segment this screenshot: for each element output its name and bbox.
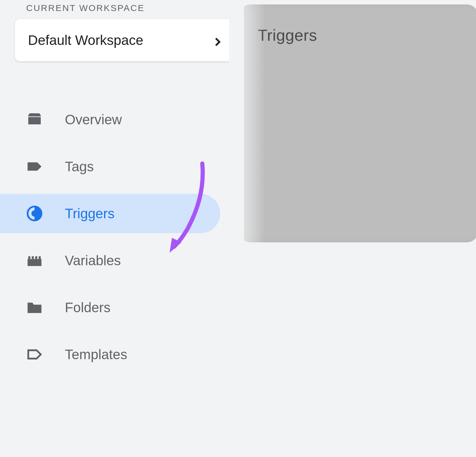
variables-icon: [26, 252, 43, 269]
chevron-right-icon: [212, 37, 219, 44]
sidebar-item-label: Triggers: [65, 205, 115, 222]
folder-icon: [26, 299, 43, 316]
workspace-selector[interactable]: Default Workspace: [15, 19, 232, 61]
template-icon: [26, 346, 43, 363]
sidebar-item-label: Overview: [65, 111, 122, 128]
svg-rect-2: [28, 259, 42, 266]
sidebar-item-label: Templates: [65, 346, 127, 362]
svg-rect-6: [39, 256, 41, 259]
workspace-section-label: CURRENT WORKSPACE: [0, 3, 244, 13]
svg-rect-4: [32, 256, 34, 259]
tag-icon: [26, 158, 43, 175]
sidebar-item-label: Variables: [65, 252, 121, 268]
svg-point-1: [32, 211, 38, 217]
workspace-name: Default Workspace: [28, 32, 143, 48]
sidebar-item-variables[interactable]: Variables: [0, 241, 244, 280]
main-panel: Triggers: [240, 4, 476, 242]
sidebar: CURRENT WORKSPACE Default Workspace Over…: [0, 0, 244, 457]
sidebar-item-tags[interactable]: Tags: [0, 147, 244, 186]
trigger-icon: [26, 205, 43, 222]
sidebar-item-templates[interactable]: Templates: [0, 335, 244, 374]
sidebar-item-folders[interactable]: Folders: [0, 288, 244, 327]
sidebar-item-label: Tags: [65, 158, 94, 175]
sidebar-item-triggers[interactable]: Triggers: [0, 194, 220, 233]
svg-rect-5: [35, 256, 37, 259]
nav-list: Overview Tags Triggers: [0, 100, 244, 374]
panel-title: Triggers: [258, 26, 460, 44]
sidebar-item-label: Folders: [65, 299, 110, 315]
sidebar-item-overview[interactable]: Overview: [0, 100, 244, 139]
svg-rect-3: [28, 256, 30, 259]
box-icon: [26, 111, 43, 128]
